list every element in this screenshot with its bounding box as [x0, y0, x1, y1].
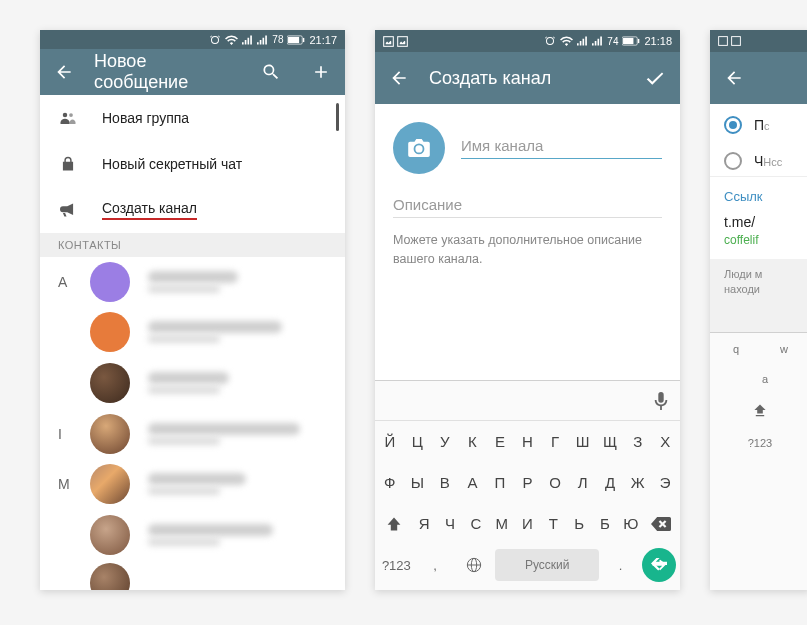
contact-row[interactable]: A	[40, 257, 345, 308]
desc-hint: Можете указать дополнительное описание в…	[393, 233, 642, 266]
contact-row[interactable]	[40, 307, 345, 358]
status-right: 78 21:17	[209, 34, 337, 46]
key[interactable]: q	[714, 337, 758, 361]
scrollbar[interactable]	[336, 103, 339, 131]
key[interactable]: Я	[412, 507, 436, 540]
key[interactable]: Л	[570, 466, 596, 499]
key[interactable]: Щ	[597, 425, 623, 458]
key[interactable]: З	[625, 425, 651, 458]
key[interactable]: Н	[515, 425, 541, 458]
radio-private[interactable]: ЧНсс	[710, 140, 807, 176]
channel-name-input[interactable]: Имя канала	[461, 137, 662, 159]
key[interactable]: А	[460, 466, 486, 499]
backspace-key[interactable]	[645, 507, 678, 540]
key[interactable]: Ю	[619, 507, 643, 540]
menu-secret-chat[interactable]: Новый секретный чат	[40, 141, 345, 187]
key[interactable]: С	[464, 507, 488, 540]
key[interactable]: Ь	[567, 507, 591, 540]
key[interactable]: Р	[515, 466, 541, 499]
option-title: Ч	[754, 153, 763, 169]
svg-rect-5	[384, 36, 394, 46]
blurred-name	[148, 423, 327, 445]
check-icon[interactable]	[644, 67, 666, 89]
numkey[interactable]: ?123	[379, 558, 414, 573]
key[interactable]: a	[724, 367, 806, 391]
key[interactable]: И	[516, 507, 540, 540]
appbar-title: Новое сообщение	[94, 51, 241, 93]
key[interactable]: Ц	[405, 425, 431, 458]
keyboard-row: Я Ч С М И Т Ь Б Ю	[375, 503, 680, 544]
camera-button[interactable]	[393, 122, 445, 174]
key[interactable]: Д	[597, 466, 623, 499]
keyboard-row: Ф Ы В А П Р О Л Д Ж Э	[375, 462, 680, 503]
key[interactable]: Х	[652, 425, 678, 458]
period-key[interactable]: .	[603, 558, 638, 573]
contact-row[interactable]	[40, 358, 345, 409]
blurred-name	[148, 271, 327, 293]
battery-text: 78	[272, 34, 283, 45]
key[interactable]: Й	[377, 425, 403, 458]
shift-key[interactable]	[377, 507, 410, 540]
key[interactable]: Т	[541, 507, 565, 540]
contact-row[interactable]: I	[40, 408, 345, 459]
space-key[interactable]: Русский	[495, 549, 599, 581]
group-icon	[58, 111, 78, 125]
back-icon[interactable]	[54, 62, 74, 82]
back-icon[interactable]	[389, 68, 409, 88]
key[interactable]: Г	[542, 425, 568, 458]
key[interactable]: К	[460, 425, 486, 458]
svg-point-4	[69, 113, 73, 117]
screenshot-icon	[718, 36, 728, 46]
key[interactable]: Е	[487, 425, 513, 458]
contact-row[interactable]: M	[40, 459, 345, 510]
key[interactable]: Ч	[438, 507, 462, 540]
channel-desc-input[interactable]: Описание	[393, 192, 662, 218]
key[interactable]: У	[432, 425, 458, 458]
section-contacts: КОНТАКТЫ	[40, 233, 345, 257]
key[interactable]: Ш	[570, 425, 596, 458]
key[interactable]: w	[762, 337, 806, 361]
phone-channel-type: Пc ЧНсс Ссылк t.me/ coffelif Люди м нахо…	[710, 30, 807, 590]
contact-row[interactable]	[40, 560, 345, 590]
key[interactable]: Э	[652, 466, 678, 499]
keyboard[interactable]: Й Ц У К Е Н Г Ш Щ З Х Ф Ы В А П Р О Л Д …	[375, 380, 680, 590]
plus-icon[interactable]	[311, 62, 331, 82]
contact-row[interactable]	[40, 509, 345, 560]
comma-key[interactable]: ,	[418, 558, 453, 573]
alarm-icon	[209, 34, 221, 46]
status-left	[718, 36, 741, 46]
numkey[interactable]: ?123	[714, 431, 806, 455]
menu-label: Новая группа	[102, 110, 189, 126]
svg-rect-8	[624, 38, 634, 44]
wifi-icon	[225, 35, 238, 45]
key[interactable]: Ф	[377, 466, 403, 499]
key[interactable]: Б	[593, 507, 617, 540]
battery-icon	[622, 36, 640, 46]
svg-rect-6	[398, 36, 408, 46]
key[interactable]: Ы	[405, 466, 431, 499]
radio-public[interactable]: Пc	[710, 104, 807, 140]
key[interactable]: М	[490, 507, 514, 540]
shift-key[interactable]	[714, 397, 806, 425]
lang-key[interactable]	[456, 557, 491, 573]
key[interactable]: О	[542, 466, 568, 499]
menu-create-channel[interactable]: Создать канал	[40, 187, 345, 233]
keyboard[interactable]: q w a ?123	[710, 332, 807, 590]
go-key[interactable]	[642, 548, 676, 582]
mic-icon[interactable]	[654, 392, 668, 410]
keyboard-bottom: ?123 , Русский .	[375, 544, 680, 590]
search-icon[interactable]	[261, 62, 281, 82]
key[interactable]: П	[487, 466, 513, 499]
battery-text: 74	[607, 36, 618, 47]
menu-new-group[interactable]: Новая группа	[40, 95, 345, 141]
channel-desc-block: Описание Можете указать дополнительное о…	[375, 192, 680, 282]
radio-icon	[724, 152, 742, 170]
svg-rect-13	[719, 37, 728, 46]
screenshot-icon	[731, 36, 741, 46]
link-prefix[interactable]: t.me/	[724, 214, 796, 230]
key[interactable]: Ж	[625, 466, 651, 499]
key[interactable]: В	[432, 466, 458, 499]
back-icon[interactable]	[724, 68, 744, 88]
keyboard-row: Й Ц У К Е Н Г Ш Щ З Х	[375, 421, 680, 462]
link-hint: Люди м находи	[710, 259, 807, 332]
